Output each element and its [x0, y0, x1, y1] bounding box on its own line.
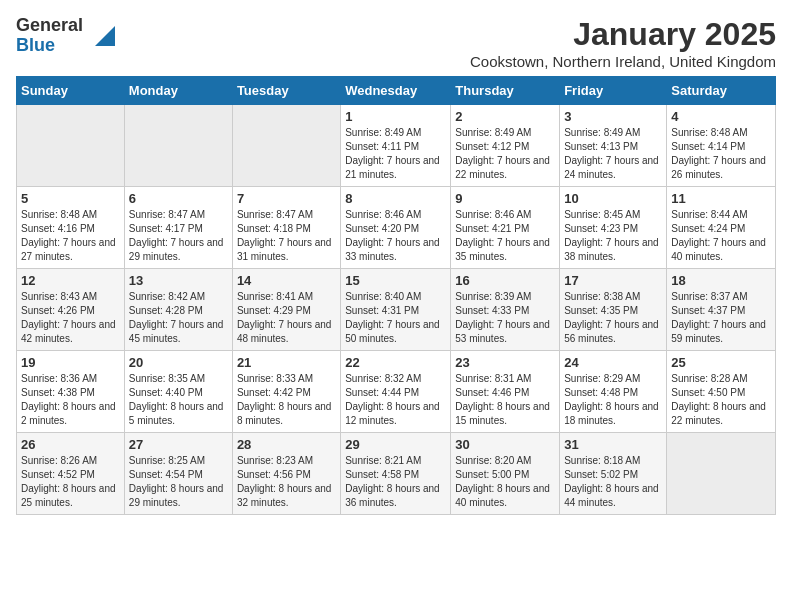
table-row: 29Sunrise: 8:21 AM Sunset: 4:58 PM Dayli…	[341, 433, 451, 515]
table-row: 3Sunrise: 8:49 AM Sunset: 4:13 PM Daylig…	[560, 105, 667, 187]
header-monday: Monday	[124, 77, 232, 105]
logo: General Blue	[16, 16, 115, 56]
day-info: Sunrise: 8:48 AM Sunset: 4:14 PM Dayligh…	[671, 126, 771, 182]
table-row	[232, 105, 340, 187]
header-saturday: Saturday	[667, 77, 776, 105]
calendar-header-row: Sunday Monday Tuesday Wednesday Thursday…	[17, 77, 776, 105]
day-number: 19	[21, 355, 120, 370]
day-info: Sunrise: 8:40 AM Sunset: 4:31 PM Dayligh…	[345, 290, 446, 346]
table-row: 1Sunrise: 8:49 AM Sunset: 4:11 PM Daylig…	[341, 105, 451, 187]
logo-blue-text: Blue	[16, 36, 83, 56]
day-info: Sunrise: 8:36 AM Sunset: 4:38 PM Dayligh…	[21, 372, 120, 428]
calendar-week-row: 19Sunrise: 8:36 AM Sunset: 4:38 PM Dayli…	[17, 351, 776, 433]
day-info: Sunrise: 8:46 AM Sunset: 4:20 PM Dayligh…	[345, 208, 446, 264]
day-info: Sunrise: 8:28 AM Sunset: 4:50 PM Dayligh…	[671, 372, 771, 428]
table-row: 31Sunrise: 8:18 AM Sunset: 5:02 PM Dayli…	[560, 433, 667, 515]
svg-marker-0	[95, 26, 115, 46]
day-number: 15	[345, 273, 446, 288]
table-row: 5Sunrise: 8:48 AM Sunset: 4:16 PM Daylig…	[17, 187, 125, 269]
table-row: 15Sunrise: 8:40 AM Sunset: 4:31 PM Dayli…	[341, 269, 451, 351]
table-row: 18Sunrise: 8:37 AM Sunset: 4:37 PM Dayli…	[667, 269, 776, 351]
table-row: 20Sunrise: 8:35 AM Sunset: 4:40 PM Dayli…	[124, 351, 232, 433]
table-row: 23Sunrise: 8:31 AM Sunset: 4:46 PM Dayli…	[451, 351, 560, 433]
day-info: Sunrise: 8:29 AM Sunset: 4:48 PM Dayligh…	[564, 372, 662, 428]
day-info: Sunrise: 8:47 AM Sunset: 4:18 PM Dayligh…	[237, 208, 336, 264]
day-info: Sunrise: 8:42 AM Sunset: 4:28 PM Dayligh…	[129, 290, 228, 346]
table-row: 14Sunrise: 8:41 AM Sunset: 4:29 PM Dayli…	[232, 269, 340, 351]
day-info: Sunrise: 8:45 AM Sunset: 4:23 PM Dayligh…	[564, 208, 662, 264]
table-row: 8Sunrise: 8:46 AM Sunset: 4:20 PM Daylig…	[341, 187, 451, 269]
calendar-week-row: 26Sunrise: 8:26 AM Sunset: 4:52 PM Dayli…	[17, 433, 776, 515]
day-number: 1	[345, 109, 446, 124]
day-number: 2	[455, 109, 555, 124]
day-number: 11	[671, 191, 771, 206]
table-row	[667, 433, 776, 515]
day-number: 10	[564, 191, 662, 206]
table-row: 12Sunrise: 8:43 AM Sunset: 4:26 PM Dayli…	[17, 269, 125, 351]
table-row: 19Sunrise: 8:36 AM Sunset: 4:38 PM Dayli…	[17, 351, 125, 433]
day-number: 9	[455, 191, 555, 206]
day-number: 30	[455, 437, 555, 452]
table-row: 27Sunrise: 8:25 AM Sunset: 4:54 PM Dayli…	[124, 433, 232, 515]
day-number: 26	[21, 437, 120, 452]
day-number: 8	[345, 191, 446, 206]
day-info: Sunrise: 8:39 AM Sunset: 4:33 PM Dayligh…	[455, 290, 555, 346]
header-friday: Friday	[560, 77, 667, 105]
day-info: Sunrise: 8:25 AM Sunset: 4:54 PM Dayligh…	[129, 454, 228, 510]
day-info: Sunrise: 8:20 AM Sunset: 5:00 PM Dayligh…	[455, 454, 555, 510]
day-number: 23	[455, 355, 555, 370]
table-row	[124, 105, 232, 187]
day-info: Sunrise: 8:49 AM Sunset: 4:12 PM Dayligh…	[455, 126, 555, 182]
day-info: Sunrise: 8:38 AM Sunset: 4:35 PM Dayligh…	[564, 290, 662, 346]
day-info: Sunrise: 8:35 AM Sunset: 4:40 PM Dayligh…	[129, 372, 228, 428]
day-number: 3	[564, 109, 662, 124]
day-number: 7	[237, 191, 336, 206]
page-header: General Blue January 2025 Cookstown, Nor…	[16, 16, 776, 70]
day-number: 6	[129, 191, 228, 206]
day-number: 22	[345, 355, 446, 370]
month-title: January 2025	[470, 16, 776, 53]
title-block: January 2025 Cookstown, Northern Ireland…	[470, 16, 776, 70]
table-row: 24Sunrise: 8:29 AM Sunset: 4:48 PM Dayli…	[560, 351, 667, 433]
day-number: 4	[671, 109, 771, 124]
table-row	[17, 105, 125, 187]
table-row: 25Sunrise: 8:28 AM Sunset: 4:50 PM Dayli…	[667, 351, 776, 433]
header-tuesday: Tuesday	[232, 77, 340, 105]
day-number: 17	[564, 273, 662, 288]
day-number: 16	[455, 273, 555, 288]
day-info: Sunrise: 8:49 AM Sunset: 4:11 PM Dayligh…	[345, 126, 446, 182]
header-sunday: Sunday	[17, 77, 125, 105]
day-number: 13	[129, 273, 228, 288]
table-row: 9Sunrise: 8:46 AM Sunset: 4:21 PM Daylig…	[451, 187, 560, 269]
day-info: Sunrise: 8:32 AM Sunset: 4:44 PM Dayligh…	[345, 372, 446, 428]
day-info: Sunrise: 8:33 AM Sunset: 4:42 PM Dayligh…	[237, 372, 336, 428]
day-number: 29	[345, 437, 446, 452]
day-number: 31	[564, 437, 662, 452]
day-info: Sunrise: 8:49 AM Sunset: 4:13 PM Dayligh…	[564, 126, 662, 182]
header-wednesday: Wednesday	[341, 77, 451, 105]
table-row: 13Sunrise: 8:42 AM Sunset: 4:28 PM Dayli…	[124, 269, 232, 351]
logo-general-text: General	[16, 16, 83, 36]
day-number: 18	[671, 273, 771, 288]
day-info: Sunrise: 8:21 AM Sunset: 4:58 PM Dayligh…	[345, 454, 446, 510]
day-number: 20	[129, 355, 228, 370]
day-number: 27	[129, 437, 228, 452]
table-row: 6Sunrise: 8:47 AM Sunset: 4:17 PM Daylig…	[124, 187, 232, 269]
day-number: 12	[21, 273, 120, 288]
day-info: Sunrise: 8:41 AM Sunset: 4:29 PM Dayligh…	[237, 290, 336, 346]
table-row: 16Sunrise: 8:39 AM Sunset: 4:33 PM Dayli…	[451, 269, 560, 351]
table-row: 21Sunrise: 8:33 AM Sunset: 4:42 PM Dayli…	[232, 351, 340, 433]
table-row: 10Sunrise: 8:45 AM Sunset: 4:23 PM Dayli…	[560, 187, 667, 269]
table-row: 30Sunrise: 8:20 AM Sunset: 5:00 PM Dayli…	[451, 433, 560, 515]
day-number: 28	[237, 437, 336, 452]
logo-icon	[87, 22, 115, 50]
table-row: 28Sunrise: 8:23 AM Sunset: 4:56 PM Dayli…	[232, 433, 340, 515]
day-number: 24	[564, 355, 662, 370]
day-info: Sunrise: 8:43 AM Sunset: 4:26 PM Dayligh…	[21, 290, 120, 346]
day-info: Sunrise: 8:26 AM Sunset: 4:52 PM Dayligh…	[21, 454, 120, 510]
calendar-week-row: 12Sunrise: 8:43 AM Sunset: 4:26 PM Dayli…	[17, 269, 776, 351]
day-info: Sunrise: 8:18 AM Sunset: 5:02 PM Dayligh…	[564, 454, 662, 510]
location: Cookstown, Northern Ireland, United King…	[470, 53, 776, 70]
table-row: 2Sunrise: 8:49 AM Sunset: 4:12 PM Daylig…	[451, 105, 560, 187]
table-row: 4Sunrise: 8:48 AM Sunset: 4:14 PM Daylig…	[667, 105, 776, 187]
